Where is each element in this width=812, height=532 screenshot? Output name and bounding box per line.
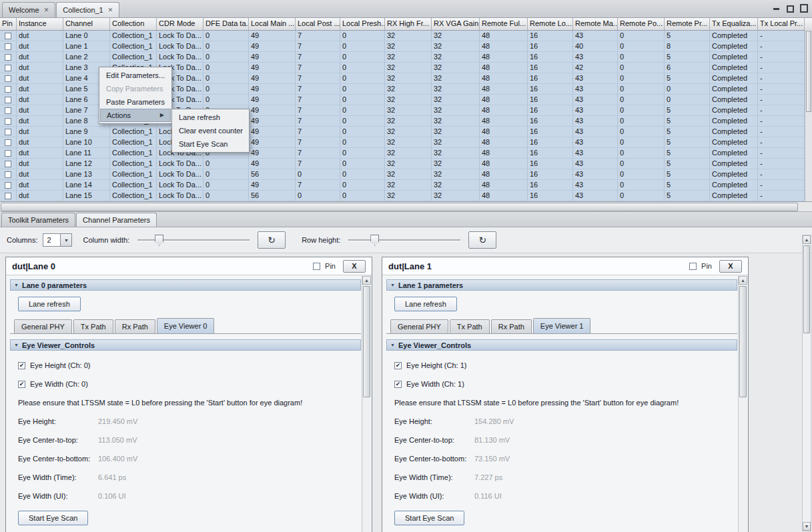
pin-checkbox[interactable] <box>313 263 320 270</box>
pin-checkbox[interactable] <box>5 171 11 178</box>
pin-checkbox[interactable] <box>5 43 11 50</box>
start-eye-scan-button[interactable]: Start Eye Scan <box>18 511 88 525</box>
column-header-rx-vga-gain[interactable]: RX VGA Gain <box>432 18 480 30</box>
panel-scrollbar[interactable]: ▲ ▼ <box>362 276 371 532</box>
scroll-up-icon[interactable]: ▲ <box>739 276 747 285</box>
column-header-tx-local-pr[interactable]: Tx Local Pr... <box>758 18 805 30</box>
eye-width-checkbox[interactable]: ✔ <box>394 381 402 388</box>
tab-toolkit-parameters[interactable]: Toolkit Parameters <box>1 213 75 227</box>
eye-width-checkbox[interactable]: ✔ <box>18 381 25 388</box>
scroll-up-icon[interactable]: ▲ <box>803 235 811 244</box>
table-row[interactable]: dutLane 0Collection_1Lock To Da...049703… <box>0 31 812 41</box>
close-tab-icon[interactable]: ✕ <box>44 7 49 13</box>
pin-checkbox[interactable] <box>5 75 11 82</box>
pin-checkbox[interactable] <box>5 150 11 157</box>
scroll-down-icon[interactable]: ▼ <box>803 522 811 531</box>
column-header-rx-high-fr[interactable]: RX High Fr... <box>385 18 432 30</box>
column-header-collection[interactable]: Collection <box>110 18 157 30</box>
scroll-up-icon[interactable]: ▲ <box>362 276 371 285</box>
table-row[interactable]: dutLane 9Collection_1Lock To Da...049703… <box>0 127 812 137</box>
tab-tx-path[interactable]: Tx Path <box>450 319 490 333</box>
table-row[interactable]: dutLane 10Collection_1Lock To Da...04970… <box>0 137 812 148</box>
tab-eye-viewer[interactable]: Eye Viewer 0 <box>157 318 215 333</box>
submenu-item-clear-event-counter[interactable]: Clear event counter <box>173 124 248 137</box>
tab-channel-parameters[interactable]: Channel Parameters <box>76 213 157 227</box>
table-row[interactable]: dutLane 13Collection_1Lock To Da...05600… <box>0 169 812 180</box>
tab-welcome[interactable]: Welcome ✕ <box>2 2 55 17</box>
tab-rx-path[interactable]: Rx Path <box>115 319 155 333</box>
column-width-slider[interactable] <box>137 233 250 247</box>
eye-viewer-controls-section-header[interactable]: ▼ Eye Viewer_Controls <box>10 339 361 351</box>
menu-item-paste-parameters[interactable]: Paste Parameters <box>100 95 171 109</box>
pin-checkbox[interactable] <box>5 107 11 114</box>
row-height-slider[interactable] <box>348 233 460 247</box>
slider-handle[interactable] <box>370 235 379 246</box>
column-header-instance[interactable]: Instance <box>17 18 63 30</box>
chevron-down-icon[interactable]: ▼ <box>60 234 71 246</box>
scrollbar-thumb[interactable] <box>1 203 798 211</box>
column-header-cdr-mode[interactable]: CDR Mode <box>157 18 204 30</box>
column-header-remote-po[interactable]: Remote Po... <box>618 18 665 30</box>
column-header-local-main[interactable]: Local Main ... <box>249 18 296 30</box>
tab-eye-viewer[interactable]: Eye Viewer 1 <box>533 318 591 333</box>
restore-icon[interactable] <box>786 3 794 11</box>
pin-checkbox[interactable] <box>5 86 11 93</box>
slider-handle[interactable] <box>155 235 163 246</box>
minimize-icon[interactable] <box>772 3 780 11</box>
pin-checkbox[interactable] <box>5 182 11 189</box>
pin-checkbox[interactable] <box>5 129 11 135</box>
menu-item-actions[interactable]: Actions▶ <box>100 109 171 122</box>
column-header-channel[interactable]: Channel <box>63 18 110 30</box>
start-eye-scan-button[interactable]: Start Eye Scan <box>394 511 464 525</box>
menu-item-edit-parameters[interactable]: Edit Parameters... <box>100 69 171 82</box>
table-row[interactable]: dutLane 14Collection_1Lock To Da...04970… <box>0 180 812 191</box>
column-header-local-post[interactable]: Local Post ... <box>296 18 340 30</box>
pin-checkbox[interactable] <box>5 193 11 199</box>
close-tab-icon[interactable]: ✕ <box>108 7 113 13</box>
pin-checkbox[interactable] <box>5 54 11 61</box>
scrollbar-thumb[interactable] <box>806 31 811 112</box>
close-panel-button[interactable]: X <box>719 260 742 273</box>
row-height-refresh-button[interactable]: ↻ <box>468 231 496 249</box>
table-row[interactable]: dutLane 2Collection_1Lock To Da...049703… <box>0 52 812 63</box>
pin-checkbox[interactable] <box>5 139 11 146</box>
column-header-remote-pr[interactable]: Remote Pr... <box>665 18 710 30</box>
pin-checkbox[interactable] <box>5 97 11 103</box>
tab-collection-1[interactable]: Collection_1 ✕ <box>56 2 119 17</box>
lane-refresh-button[interactable]: Lane refresh <box>394 297 457 311</box>
column-header-dfe-data-ta[interactable]: DFE Data ta... <box>204 18 249 30</box>
maximize-icon[interactable] <box>800 3 808 11</box>
eye-height-checkbox[interactable]: ✔ <box>18 362 25 369</box>
column-header-local-presh[interactable]: Local Presh... <box>340 18 385 30</box>
columns-select[interactable]: 2 ▼ <box>43 233 72 247</box>
panels-vertical-scrollbar[interactable]: ▲ ▼ <box>802 235 811 531</box>
lane-parameters-section-header[interactable]: ▼ Lane 1 parameters <box>386 279 737 291</box>
pin-checkbox[interactable] <box>5 118 11 125</box>
tab-general-phy[interactable]: General PHY <box>390 319 448 333</box>
table-row[interactable]: dutLane 1Collection_1Lock To Da...049703… <box>0 41 812 52</box>
column-header-pin[interactable]: Pin <box>0 18 17 30</box>
column-header-remote-ful[interactable]: Remote Ful... <box>480 18 528 30</box>
eye-viewer-controls-section-header[interactable]: ▼ Eye Viewer_Controls <box>386 339 737 351</box>
column-width-refresh-button[interactable]: ↻ <box>258 231 286 249</box>
pin-checkbox[interactable] <box>5 161 11 167</box>
eye-height-checkbox[interactable]: ✔ <box>394 362 402 369</box>
pin-checkbox[interactable] <box>689 263 697 270</box>
table-horizontal-scrollbar[interactable] <box>0 202 812 212</box>
scrollbar-thumb[interactable] <box>803 245 810 333</box>
column-header-tx-equaliza[interactable]: Tx Equaliza... <box>710 18 758 30</box>
column-header-remote-lo[interactable]: Remote Lo... <box>528 18 573 30</box>
lane-refresh-button[interactable]: Lane refresh <box>18 297 81 311</box>
table-row[interactable]: dutLane 11Collection_1Lock To Da...04970… <box>0 148 812 159</box>
table-vertical-scrollbar[interactable] <box>805 30 812 201</box>
table-row[interactable]: dutLane 15Collection_1Lock To Da...05600… <box>0 191 812 201</box>
tab-tx-path[interactable]: Tx Path <box>73 319 113 333</box>
tab-rx-path[interactable]: Rx Path <box>491 319 532 333</box>
close-panel-button[interactable]: X <box>343 260 366 273</box>
pin-checkbox[interactable] <box>5 65 11 71</box>
table-row[interactable]: dutLane 12Collection_1Lock To Da...04970… <box>0 159 812 169</box>
submenu-item-start-eye-scan[interactable]: Start Eye Scan <box>173 137 248 151</box>
scrollbar-thumb[interactable] <box>739 286 747 397</box>
column-header-remote-ma[interactable]: Remote Ma... <box>573 18 618 30</box>
scrollbar-thumb[interactable] <box>363 286 370 397</box>
